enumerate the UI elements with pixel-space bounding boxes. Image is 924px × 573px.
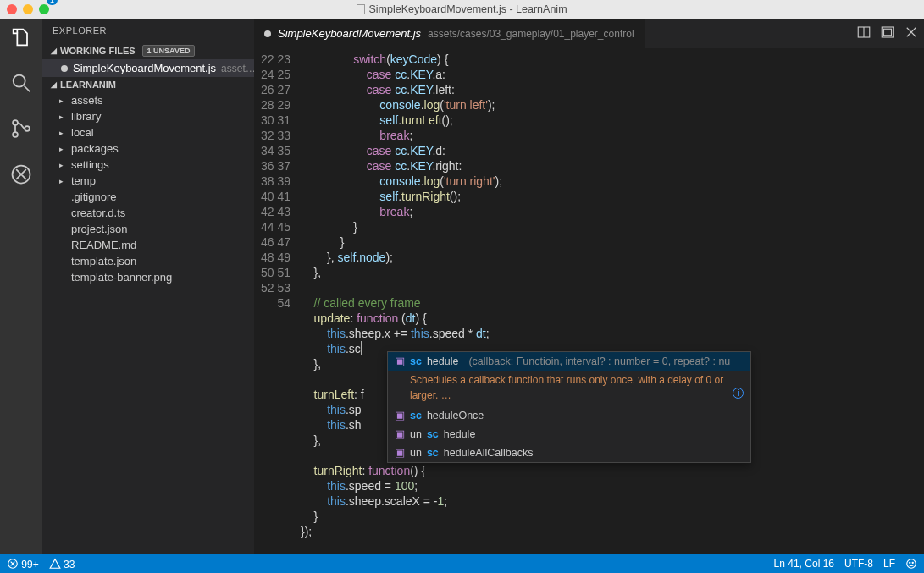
intellisense-doc: Schedules a callback function that runs … [388,371,750,406]
unsaved-badge: 1 UNSAVED [142,45,196,57]
window-title: SimpleKeyboardMovement.js - LearnAnim [0,3,924,15]
svg-point-9 [907,559,916,568]
svg-point-11 [912,562,913,563]
dirty-indicator-icon [264,30,271,37]
intellisense-item[interactable]: ▣ unschedule [388,425,750,444]
macos-title-bar: SimpleKeyboardMovement.js - LearnAnim [0,0,924,19]
code-editor[interactable]: 22 23 24 25 26 27 28 29 30 31 32 33 34 3… [254,48,924,554]
status-warnings[interactable]: 33 [49,558,75,570]
tree-folder[interactable]: ▸settings [42,157,254,173]
status-encoding[interactable]: UTF-8 [844,558,873,570]
tree-file[interactable]: creator.d.ts [42,205,254,221]
method-icon: ▣ [395,354,405,369]
activity-bar: 1 [0,19,42,554]
working-files-section[interactable]: ◢WORKING FILES 1 UNSAVED [42,42,254,59]
method-icon: ▣ [395,408,405,423]
minimize-window-button[interactable] [23,4,33,14]
status-feedback-icon[interactable] [905,558,917,570]
method-icon: ▣ [395,427,405,442]
tab-path: assets/cases/03_gameplay/01_player_contr… [428,28,634,40]
method-icon: ▣ [395,445,405,460]
source-control-activity-icon[interactable] [9,117,33,144]
code-content[interactable]: switch(keyCode) { case cc.KEY.a: case cc… [301,48,924,554]
tree-folder[interactable]: ▸assets [42,92,254,108]
open-editor-item[interactable]: SimpleKeyboardMovement.js asset… [42,59,254,77]
svg-point-2 [13,132,18,137]
tree-file[interactable]: README.md [42,237,254,253]
tree-file[interactable]: template.json [42,253,254,269]
tree-file[interactable]: .gitignore [42,189,254,205]
tab-filename: SimpleKeyboardMovement.js [278,27,421,40]
intellisense-item[interactable]: ▣ scheduleOnce [388,406,750,425]
editor-tab[interactable]: SimpleKeyboardMovement.js assets/cases/0… [254,19,645,48]
line-number-gutter: 22 23 24 25 26 27 28 29 30 31 32 33 34 3… [254,48,301,554]
status-lncol[interactable]: Ln 41, Col 16 [774,558,834,570]
dirty-indicator-icon [61,65,68,72]
svg-point-0 [14,75,25,87]
tree-folder[interactable]: ▸library [42,108,254,124]
editor-tabs: SimpleKeyboardMovement.js assets/cases/0… [254,19,924,48]
status-errors[interactable]: 99+ [7,558,39,570]
status-bar: 99+ 33 Ln 41, Col 16 UTF-8 LF [0,554,924,573]
info-icon[interactable]: i [733,388,744,399]
overflow-icon[interactable] [880,25,895,43]
tree-file[interactable]: template-banner.png [42,269,254,285]
status-eol[interactable]: LF [883,558,895,570]
search-activity-icon[interactable] [9,71,33,98]
close-window-button[interactable] [7,4,17,14]
file-tree: ▸assets▸library▸local▸packages▸settings▸… [42,92,254,285]
intellisense-item[interactable]: ▣ schedule(callback: Functioin, interval… [388,352,750,371]
svg-point-3 [25,126,30,131]
intellisense-item[interactable]: ▣ unscheduleAllCallbacks [388,444,750,462]
explorer-title: EXPLORER [42,19,254,42]
debug-activity-icon[interactable] [9,163,33,190]
zoom-window-button[interactable] [39,4,49,14]
project-root-section[interactable]: ◢LEARNANIM [42,77,254,92]
traffic-lights[interactable] [7,4,49,14]
svg-rect-7 [884,29,892,36]
tree-file[interactable]: project.json [42,221,254,237]
tree-folder[interactable]: ▸local [42,124,254,140]
svg-point-1 [13,120,18,125]
svg-point-10 [910,562,910,563]
split-editor-icon[interactable] [856,25,871,43]
intellisense-popup[interactable]: ▣ schedule(callback: Functioin, interval… [387,351,751,463]
tree-folder[interactable]: ▸temp [42,173,254,189]
tree-folder[interactable]: ▸packages [42,140,254,157]
explorer-sidebar: EXPLORER ◢WORKING FILES 1 UNSAVED Simple… [42,19,254,554]
close-all-icon[interactable] [904,25,919,43]
explorer-activity-icon[interactable]: 1 [9,25,33,52]
